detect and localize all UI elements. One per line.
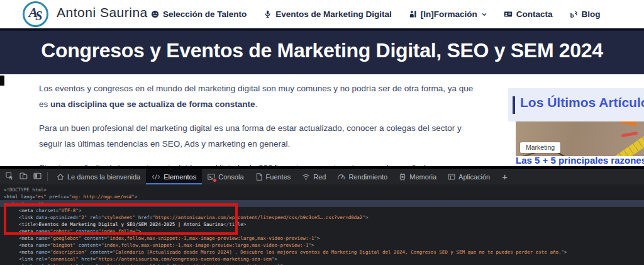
code-line[interactable]: <meta name="bingbot" content="index,foll… (0, 242, 644, 249)
code-line[interactable]: <link rel="canonical" href="https://anto… (0, 256, 644, 262)
device-toolbar-button[interactable] (16, 169, 30, 184)
application-icon (448, 173, 455, 181)
devtools-tab-memory[interactable]: Memoria (393, 169, 442, 184)
devtools-tab-console[interactable]: Consola (202, 169, 249, 184)
code-line[interactable]: <html lang="es" prefix="og: http://ogp.m… (0, 193, 644, 200)
console-icon (208, 173, 215, 181)
post-category-badge[interactable]: Marketing (520, 142, 560, 153)
nav-item-informacion[interactable]: [In]Formación (409, 9, 487, 19)
code-line[interactable]: <link rel="alternate" type="application/… (0, 262, 644, 265)
nav-item-label: Eventos de Marketing Digital (275, 9, 392, 19)
devtools-tab-label: Le damos la bienvenida (67, 173, 140, 181)
article-paragraph-1: Los eventos y congresos en el mundo del … (39, 81, 477, 112)
devtools-tab-label: Memoria (409, 173, 436, 181)
error-badge (213, 178, 217, 183)
sidebar-heading-box: Los Últimos Artículo (508, 88, 644, 121)
more-tabs-button[interactable]: + (496, 171, 514, 182)
brand-name[interactable]: Antoni Saurina (57, 5, 148, 20)
pencil-graphic (621, 132, 638, 137)
post-thumbnail[interactable]: Marketing (516, 121, 644, 156)
inspect-element-button[interactable] (3, 169, 16, 184)
top-navbar: AS Antoni Saurina Selección de TalentoEv… (0, 0, 644, 28)
nav-item-blog[interactable]: bBlog (570, 9, 601, 19)
ruler-graphic (596, 135, 644, 156)
microphone-icon (264, 10, 272, 18)
hero-banner: Congresos y Eventos de Marketing Digital… (0, 28, 644, 74)
nav-item-eventos-marketing-digital[interactable]: Eventos de Marketing Digital (264, 9, 392, 19)
code-line[interactable]: <meta name="description" content="Calend… (0, 249, 644, 256)
code-line[interactable]: <meta name="googlebot" content="index,fo… (0, 235, 644, 242)
devtools-tab-label: Aplicación (458, 173, 490, 181)
nav-item-label: [In]Formación (421, 9, 477, 19)
page-title: Congresos y Eventos de Marketing Digital… (0, 39, 644, 62)
inspect-cursor-icon (6, 171, 14, 183)
presenter-icon (409, 10, 417, 18)
performance-icon (337, 173, 345, 181)
contact-card-icon (504, 10, 513, 18)
devtools-tab-elements[interactable]: Elementos (146, 169, 202, 184)
devtools-tab-label: Rendimiento (348, 173, 387, 181)
nav-item-label: Blog (582, 9, 601, 19)
blog-icon: b (570, 10, 578, 18)
devtools-toolbar: Le damos la bienvenidaElementosConsolaFu… (0, 169, 644, 184)
devtools-tab-label: Elementos (164, 173, 196, 181)
devtools-panel: Le damos la bienvenidaElementosConsolaFu… (0, 166, 644, 265)
devtools-tab-sources[interactable]: Fuentes (250, 169, 297, 184)
home-icon (57, 173, 64, 181)
devtools-tab-network[interactable]: Red (296, 169, 331, 184)
nav-item-label: Selección de Talento (163, 9, 247, 19)
devtools-tab-label: Consola (218, 173, 243, 181)
device-toolbar-icon (19, 171, 28, 183)
site-logo[interactable]: AS (23, 1, 48, 27)
corner-object-graphic (619, 121, 636, 127)
devtools-tab-welcome[interactable]: Le damos la bienvenida (51, 169, 146, 184)
page: AS Antoni Saurina Selección de TalentoEv… (0, 0, 644, 265)
nav-item-label: Contacta (516, 9, 553, 19)
svg-text:b: b (570, 11, 574, 19)
sidebar-latest-articles: Los Últimos Artículo Marketing Las 5 + 5… (508, 88, 644, 166)
nav-menu: Selección de TalentoEventos de Marketing… (151, 0, 601, 28)
smiley-icon (151, 10, 159, 18)
dock-side-button[interactable] (30, 169, 44, 184)
network-icon (302, 173, 310, 181)
dock-side-icon (33, 171, 42, 183)
nav-item-contacta[interactable]: Contacta (504, 9, 553, 19)
code-brackets-icon (152, 173, 160, 181)
post-title-link[interactable]: Las 5 + 5 principales razones por l (516, 155, 644, 166)
devtools-tab-label: Fuentes (266, 173, 291, 181)
article-paragraph-2: Para un buen profesional del marketing d… (39, 120, 477, 152)
sidebar-heading: Los Últimos Artículo (520, 95, 644, 110)
devtools-tabs: Le damos la bienvenidaElementosConsolaFu… (51, 169, 496, 184)
nav-item-seleccion-de-talento[interactable]: Selección de Talento (151, 9, 247, 19)
left-edge-artifact (0, 76, 4, 86)
heading-accent-bar (513, 96, 515, 114)
memory-icon (399, 173, 406, 181)
chevron-down-icon (482, 13, 487, 16)
devtools-tab-performance[interactable]: Rendimiento (331, 169, 393, 184)
sources-icon (255, 173, 263, 181)
annotation-rectangle (4, 203, 238, 235)
devtools-tab-application[interactable]: Aplicación (442, 169, 496, 184)
code-line[interactable]: <!DOCTYPE html> (0, 186, 644, 193)
toolbar-separator (47, 172, 48, 181)
devtools-tab-label: Red (313, 173, 326, 181)
